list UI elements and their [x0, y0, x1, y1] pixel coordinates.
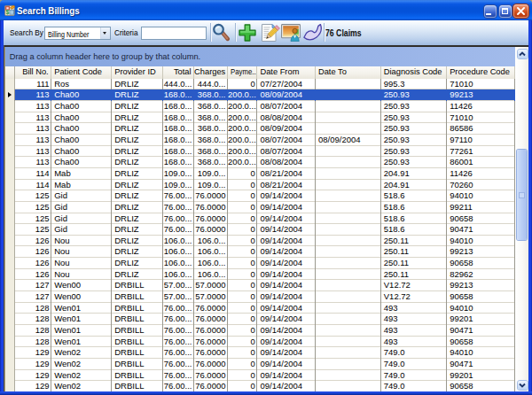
svg-text:$: $ [6, 9, 10, 16]
